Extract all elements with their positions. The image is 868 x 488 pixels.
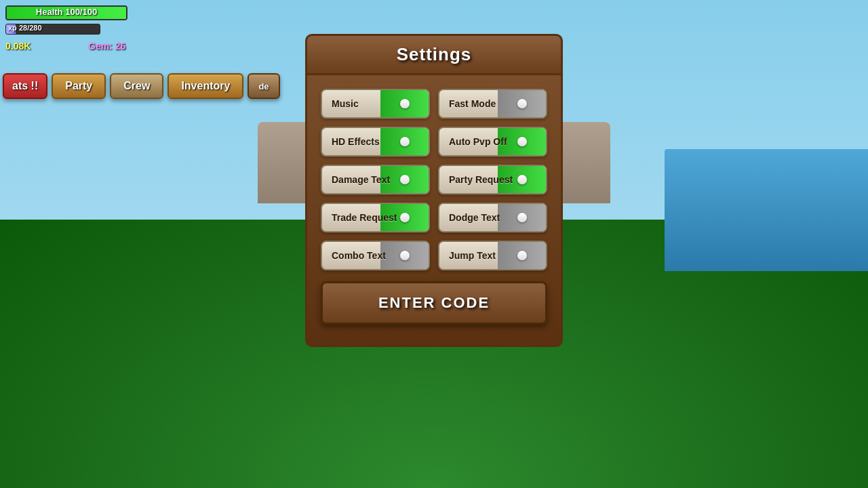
music-slider	[380, 90, 429, 117]
combo-text-label: Combo Text	[332, 250, 386, 261]
mode-label: de	[258, 81, 269, 92]
quests-label: ats !!	[12, 80, 38, 92]
modal-body: Music Fast Mode HD Effects	[305, 75, 563, 347]
health-bar-container: Health 100/100	[5, 5, 127, 20]
damage-text-toggle[interactable]: Damage Text	[321, 165, 430, 195]
music-knob	[400, 99, 410, 108]
xp-text: xp 28/280	[8, 24, 42, 32]
jump-text-slider	[498, 242, 546, 269]
party-request-label: Party Request	[449, 174, 513, 185]
settings-modal: Settings Music Fast Mode HD Effects	[305, 34, 563, 347]
dodge-text-knob	[517, 213, 527, 222]
health-bar-bg: Health 100/100	[5, 5, 127, 20]
inventory-label: Inventory	[181, 80, 230, 92]
modal-title: Settings	[397, 44, 472, 64]
dodge-text-label: Dodge Text	[449, 212, 500, 223]
trade-request-knob	[400, 213, 410, 222]
crew-label: Crew	[123, 80, 150, 92]
fast-mode-label: Fast Mode	[449, 98, 496, 109]
hd-effects-knob	[400, 137, 410, 146]
jump-text-toggle[interactable]: Jump Text	[438, 241, 547, 270]
damage-text-knob	[400, 175, 410, 184]
trade-request-toggle[interactable]: Trade Request	[321, 203, 430, 232]
gem-display: Gem: 26	[88, 41, 125, 52]
dodge-text-slider	[498, 204, 546, 231]
currency-value: 0.08K	[5, 41, 31, 52]
xp-bar-container: xp 28/280	[5, 24, 100, 35]
party-request-knob	[517, 175, 527, 184]
modal-title-bar: Settings	[305, 34, 563, 75]
enter-code-label: ENTER CODE	[378, 294, 490, 311]
auto-pvp-label: Auto Pvp Off	[449, 136, 507, 147]
party-request-toggle[interactable]: Party Request	[438, 165, 547, 195]
gem-value: Gem: 26	[88, 41, 125, 52]
music-label: Music	[332, 98, 359, 109]
water	[665, 149, 868, 271]
nav-buttons: ats !! Party Crew Inventory de	[0, 73, 280, 99]
settings-grid: Music Fast Mode HD Effects	[321, 89, 547, 270]
enter-code-button[interactable]: ENTER CODE	[321, 281, 547, 325]
fast-mode-slider	[498, 90, 546, 117]
party-label: Party	[65, 80, 92, 92]
fast-mode-toggle[interactable]: Fast Mode	[438, 89, 547, 119]
hd-effects-label: HD Effects	[332, 136, 380, 147]
combo-text-knob	[400, 251, 410, 260]
crew-button[interactable]: Crew	[110, 73, 163, 99]
damage-text-label: Damage Text	[332, 174, 390, 185]
hd-effects-toggle[interactable]: HD Effects	[321, 127, 430, 157]
auto-pvp-toggle[interactable]: Auto Pvp Off	[438, 127, 547, 157]
auto-pvp-knob	[517, 137, 527, 146]
trade-request-label: Trade Request	[332, 212, 397, 223]
currency-display: 0.08K	[5, 41, 31, 52]
combo-text-toggle[interactable]: Combo Text	[321, 241, 430, 270]
health-text: Health 100/100	[36, 7, 97, 17]
dodge-text-toggle[interactable]: Dodge Text	[438, 203, 547, 232]
jump-text-label: Jump Text	[449, 250, 496, 261]
inventory-button[interactable]: Inventory	[167, 73, 243, 99]
music-toggle[interactable]: Music	[321, 89, 430, 119]
jump-text-knob	[517, 251, 527, 260]
quests-button[interactable]: ats !!	[3, 73, 47, 99]
combo-text-slider	[380, 242, 429, 269]
mode-button[interactable]: de	[248, 73, 279, 99]
fast-mode-knob	[517, 99, 527, 108]
party-button[interactable]: Party	[52, 73, 106, 99]
hd-effects-slider	[380, 128, 429, 155]
